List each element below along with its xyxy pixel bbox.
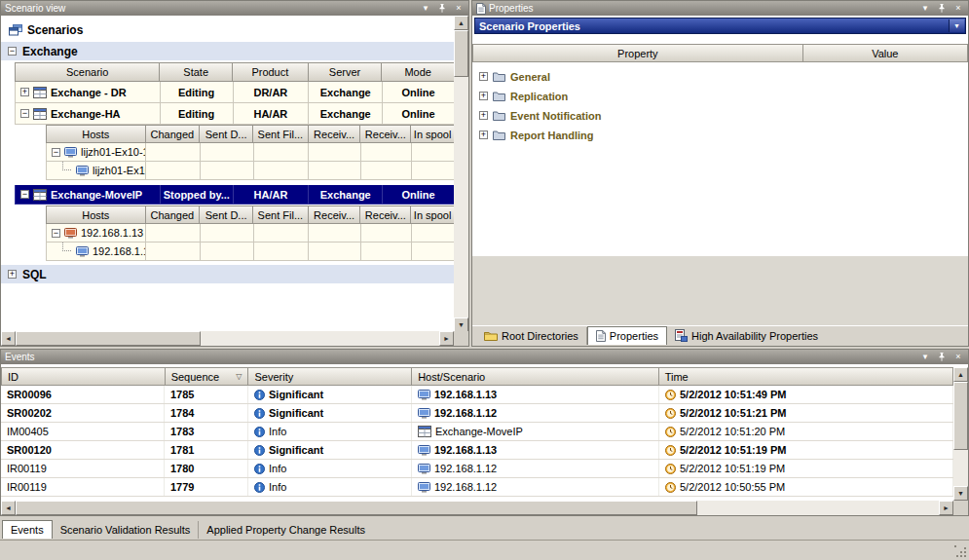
property-group-report-handling[interactable]: + Report Handling [479, 126, 594, 144]
event-row[interactable]: IR00119 1780 Info 192.168.1.12 5/2/2012 … [1, 460, 953, 478]
column-header-host-scenario[interactable]: Host/Scenario [412, 368, 658, 385]
panel-menu-icon[interactable]: ▾ [420, 3, 431, 14]
expand-icon[interactable]: + [479, 92, 488, 100]
tab-events[interactable]: Events [2, 520, 53, 539]
column-header-received1[interactable]: Receiv... [309, 126, 361, 142]
tree-root-scenarios[interactable]: Scenarios [9, 21, 83, 39]
column-header-sequence[interactable]: Sequence ▽ [166, 368, 249, 385]
scrollbar-corner [454, 331, 468, 346]
scroll-left-button[interactable]: ◄ [1, 331, 16, 346]
event-row[interactable]: SR00120 1781 Significant 192.168.1.13 5/… [1, 441, 953, 460]
tab-properties[interactable]: Properties [587, 326, 667, 345]
tab-root-directories[interactable]: Root Directories [476, 327, 587, 345]
column-header-received2[interactable]: Receiv... [360, 126, 411, 142]
column-header-property[interactable]: Property [473, 45, 803, 61]
column-header-received2[interactable]: Receiv... [360, 206, 411, 223]
pin-icon[interactable] [936, 3, 948, 14]
close-icon[interactable]: × [952, 352, 964, 362]
property-group-general[interactable]: + General [479, 67, 550, 86]
column-header-state[interactable]: State [160, 63, 233, 81]
column-header-server[interactable]: Server [309, 63, 383, 81]
host-row[interactable]: − 192.168.1.13 [46, 224, 454, 243]
host-row[interactable]: − lijzh01-Ex10-1 [46, 143, 454, 162]
column-header-hosts[interactable]: Hosts [47, 126, 146, 142]
close-icon[interactable]: × [453, 3, 465, 14]
vertical-scrollbar[interactable]: ▲ ▼ [454, 16, 468, 332]
events-table-header: ID Sequence ▽ Severity Host/Scenario Tim… [1, 367, 953, 386]
column-header-received1[interactable]: Receiv... [309, 206, 361, 223]
pin-icon[interactable] [936, 352, 948, 362]
column-header-severity[interactable]: Severity [248, 368, 412, 385]
scenario-state: Editing [161, 103, 234, 125]
scroll-thumb[interactable] [16, 331, 201, 346]
tab-label: Properties [610, 330, 658, 342]
event-row[interactable]: IR00119 1779 Info 192.168.1.12 5/2/2012 … [1, 478, 953, 497]
scroll-thumb[interactable] [16, 501, 697, 515]
column-header-sent-files[interactable]: Sent Fil... [253, 126, 309, 142]
scenario-icon [33, 108, 47, 120]
grid-cell [146, 143, 201, 162]
expand-icon[interactable]: + [479, 131, 488, 139]
pin-icon[interactable] [436, 3, 448, 14]
scenario-row-exchange-ha[interactable]: − Exchange-HA Editing HA/AR Exchange Onl… [15, 103, 454, 125]
column-header-in-spool[interactable]: In spool [411, 206, 454, 223]
column-header-time[interactable]: Time [659, 368, 952, 385]
tab-applied-property-change-results[interactable]: Applied Property Change Results [199, 521, 373, 539]
event-row[interactable]: SR00202 1784 Significant 192.168.1.12 5/… [1, 404, 953, 423]
scroll-down-button[interactable]: ▼ [454, 317, 468, 332]
scroll-up-button[interactable]: ▲ [454, 16, 468, 30]
close-icon[interactable]: × [952, 3, 964, 14]
expand-icon[interactable]: + [479, 111, 488, 120]
collapse-icon[interactable]: − [52, 148, 60, 157]
collapse-icon[interactable]: − [8, 47, 17, 56]
properties-icon [476, 3, 486, 15]
column-header-id[interactable]: ID [2, 368, 166, 385]
group-sql[interactable]: + SQL [1, 265, 454, 283]
column-header-value[interactable]: Value [803, 45, 967, 61]
vertical-scrollbar[interactable]: ▲ ▼ [953, 367, 968, 501]
column-header-sent-data[interactable]: Sent D... [200, 126, 253, 142]
tab-scenario-validation-results[interactable]: Scenario Validation Results [53, 521, 200, 539]
horizontal-scrollbar[interactable]: ◄ ► [1, 501, 953, 515]
event-row[interactable]: IM00405 1783 Info Exchange-MoveIP 5/2/20… [1, 423, 953, 441]
column-header-hosts[interactable]: Hosts [47, 206, 146, 223]
panel-menu-icon[interactable]: ▾ [919, 3, 931, 14]
scroll-right-button[interactable]: ► [439, 331, 454, 346]
column-header-product[interactable]: Product [233, 63, 309, 81]
group-exchange[interactable]: − Exchange [1, 42, 454, 60]
column-header-scenario[interactable]: Scenario [16, 63, 160, 81]
property-group-event-notification[interactable]: + Event Notification [479, 106, 602, 125]
properties-selector[interactable]: Scenario Properties ▼ [474, 18, 966, 34]
clock-icon [665, 445, 676, 456]
property-group-replication[interactable]: + Replication [479, 87, 568, 105]
column-header-in-spool[interactable]: In spool [411, 126, 454, 142]
tab-high-availability-properties[interactable]: High Availability Properties [667, 327, 826, 345]
properties-tab-strip: Root Directories Properties High Availab… [472, 325, 968, 346]
expand-icon[interactable]: + [8, 270, 17, 279]
scroll-up-button[interactable]: ▲ [953, 367, 968, 382]
scroll-thumb[interactable] [454, 30, 468, 77]
expand-icon[interactable]: + [20, 88, 29, 96]
host-row[interactable]: 192.168.1.12 [46, 243, 454, 261]
event-row[interactable]: SR00096 1785 Significant 192.168.1.13 5/… [1, 386, 953, 404]
scroll-left-button[interactable]: ◄ [1, 501, 16, 515]
column-header-sent-files[interactable]: Sent Fil... [253, 206, 309, 223]
scenario-row-exchange-dr[interactable]: + Exchange - DR Editing DR/AR Exchange O… [15, 82, 454, 103]
horizontal-scrollbar[interactable]: ◄ ► [1, 331, 454, 346]
combo-dropdown-button[interactable]: ▼ [949, 19, 964, 32]
collapse-icon[interactable]: − [20, 190, 29, 199]
scroll-down-button[interactable]: ▼ [953, 486, 968, 501]
collapse-icon[interactable]: − [20, 109, 29, 118]
resize-grip[interactable] [954, 545, 966, 557]
collapse-icon[interactable]: − [52, 229, 60, 238]
scroll-right-button[interactable]: ► [939, 501, 953, 515]
host-row[interactable]: lijzh01-Ex10-2 [46, 162, 454, 180]
column-header-changed[interactable]: Changed [146, 206, 201, 223]
column-header-changed[interactable]: Changed [146, 126, 201, 142]
scroll-thumb[interactable] [953, 382, 968, 450]
panel-menu-icon[interactable]: ▾ [919, 352, 931, 362]
expand-icon[interactable]: + [479, 72, 488, 81]
scenario-row-exchange-moveip[interactable]: − Exchange-MoveIP Stopped by... HA/AR Ex… [15, 185, 454, 205]
column-header-mode[interactable]: Mode [382, 63, 454, 81]
column-header-sent-data[interactable]: Sent D... [200, 206, 253, 223]
